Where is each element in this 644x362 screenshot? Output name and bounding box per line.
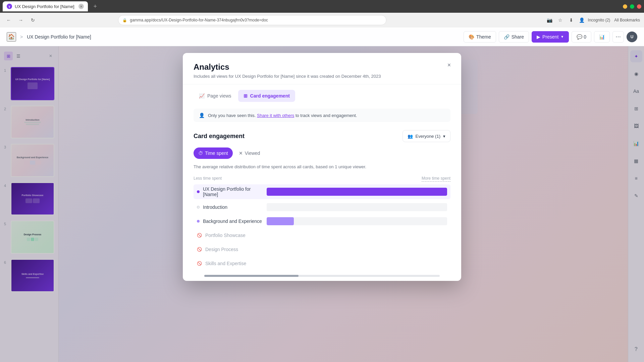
- share-link[interactable]: Share it with others: [257, 113, 294, 118]
- present-dropdown-icon: ▼: [560, 35, 564, 39]
- present-btn-label: Present: [542, 34, 558, 40]
- more-button[interactable]: ⋯: [612, 31, 624, 43]
- star-icon[interactable]: ☆: [556, 15, 565, 25]
- engagement-tabs: ⏱ Time spent ✕ Viewed: [194, 147, 450, 159]
- card-bar-container-1: [267, 188, 447, 196]
- everyone-label: Everyone (1): [416, 134, 440, 139]
- bookmarks-label: All Bookmarks: [614, 18, 640, 22]
- card-row-2[interactable]: Introduction: [194, 201, 450, 213]
- hidden-icon-4: 🚫: [197, 233, 202, 238]
- app-container: 🏠 > UX Design Portfolio for [Name] 🎨 The…: [0, 27, 644, 362]
- card-bar-container-2: [267, 203, 447, 211]
- comment-button[interactable]: 💬 0: [572, 31, 591, 43]
- card-name-4: Portfolio Showcase: [205, 233, 266, 238]
- modal-scroll-area: [194, 275, 450, 277]
- card-engagement-icon: ⊞: [244, 93, 248, 99]
- card-bar-1: [267, 188, 447, 196]
- share-button[interactable]: 🔗 Share: [499, 31, 529, 43]
- card-indicator-3: [197, 220, 200, 223]
- toolbar-actions: 📷 ☆ ⬇ 👤 Incognito (2) All Bookmarks: [545, 15, 640, 25]
- hidden-icon-6: 🚫: [197, 261, 202, 266]
- maximize-button[interactable]: [630, 4, 634, 9]
- section-header: Card engagement 👥 Everyone (1) ▾: [194, 130, 450, 142]
- everyone-filter-button[interactable]: 👥 Everyone (1) ▾: [402, 130, 450, 142]
- card-name-3: Background and Experience: [203, 219, 263, 224]
- dropdown-chevron-icon: ▾: [443, 134, 445, 139]
- card-bar-3: [267, 217, 294, 225]
- less-time-label: Less time spent: [194, 176, 222, 182]
- theme-btn-label: Theme: [476, 34, 491, 40]
- browser-titlebar: γ UX Design Portfolio for [Name] ✕ +: [0, 0, 644, 13]
- theme-icon: 🎨: [469, 34, 474, 40]
- analytics-button[interactable]: 📊: [594, 31, 610, 43]
- forward-button[interactable]: →: [16, 15, 25, 25]
- comment-count: 0: [584, 34, 586, 40]
- tab-card-engagement-label: Card engagement: [250, 93, 290, 99]
- time-spent-label: Time spent: [205, 150, 228, 156]
- tab-card-engagement[interactable]: ⊞ Card engagement: [238, 90, 295, 102]
- tab-favicon: γ: [7, 4, 12, 9]
- address-bar[interactable]: 🔒 gamma.app/docs/UX-Design-Portfolio-for…: [118, 15, 386, 25]
- time-scale: Less time spent More time spent: [194, 176, 450, 182]
- modal-header: Analytics Includes all views for UX Desi…: [183, 53, 461, 84]
- page-views-icon: 📈: [199, 93, 205, 99]
- browser-tab[interactable]: γ UX Design Portfolio for [Name] ✕: [3, 1, 88, 11]
- card-row-4[interactable]: 🚫 Portfolio Showcase: [194, 229, 450, 241]
- minimize-button[interactable]: [623, 4, 627, 9]
- card-bar-container-4: [269, 231, 447, 239]
- user-avatar[interactable]: U: [627, 32, 637, 42]
- tab-page-views-label: Page views: [207, 93, 231, 99]
- card-bar-container-3: [267, 217, 447, 225]
- time-spent-tab[interactable]: ⏱ Time spent: [194, 147, 233, 159]
- close-button[interactable]: [637, 4, 641, 9]
- share-icon: 🔗: [504, 34, 509, 40]
- comment-icon: 💬: [577, 34, 582, 40]
- card-row-5[interactable]: 🚫 Design Process: [194, 243, 450, 255]
- card-list: UX Design Portfolio for [Name] Introduct…: [194, 184, 450, 269]
- modal-body: 👤 Only you have seen this. Share it with…: [183, 102, 461, 281]
- section-title: Card engagement: [194, 133, 245, 140]
- card-bar-container-6: [269, 259, 447, 267]
- card-name-5: Design Process: [205, 247, 266, 252]
- home-button[interactable]: 🏠: [7, 32, 16, 42]
- browser-toolbar: ← → ↻ 🔒 gamma.app/docs/UX-Design-Portfol…: [0, 13, 644, 27]
- card-indicator-1: [197, 190, 200, 193]
- more-time-label: More time spent: [422, 176, 450, 182]
- new-tab-button[interactable]: +: [91, 2, 100, 11]
- theme-button[interactable]: 🎨 Theme: [464, 31, 496, 43]
- header-actions: 🎨 Theme 🔗 Share ▶ Present ▼ 💬 0 📊 ⋯ U: [464, 31, 637, 43]
- play-icon: ▶: [537, 34, 540, 40]
- modal-tabs: 📈 Page views ⊞ Card engagement: [183, 84, 461, 102]
- modal-scrollbar[interactable]: [204, 275, 440, 277]
- distribution-description: The average relative distribution of tim…: [194, 164, 450, 169]
- clock-icon: ⏱: [198, 150, 203, 156]
- tab-title: UX Design Portfolio for [Name]: [15, 4, 74, 9]
- tab-page-views[interactable]: 📈 Page views: [194, 90, 237, 102]
- card-row-1[interactable]: UX Design Portfolio for [Name]: [194, 184, 450, 199]
- present-button[interactable]: ▶ Present ▼: [532, 31, 569, 43]
- chart-icon: 📊: [599, 34, 605, 40]
- person-icon: 👤: [199, 113, 205, 118]
- camera-icon[interactable]: 📷: [545, 15, 554, 25]
- app-header: 🏠 > UX Design Portfolio for [Name] 🎨 The…: [0, 27, 644, 46]
- card-bar-container-5: [269, 245, 447, 253]
- breadcrumb-separator: >: [20, 34, 23, 40]
- card-row-3[interactable]: Background and Experience: [194, 215, 450, 227]
- hidden-icon-5: 🚫: [197, 247, 202, 252]
- eye-icon: ✕: [239, 150, 243, 156]
- tab-close-btn[interactable]: ✕: [78, 4, 84, 9]
- analytics-modal: Analytics Includes all views for UX Desi…: [183, 53, 461, 281]
- reload-button[interactable]: ↻: [28, 15, 38, 25]
- card-name-1: UX Design Portfolio for [Name]: [203, 186, 263, 197]
- ssl-icon: 🔒: [122, 18, 127, 22]
- url-text: gamma.app/docs/UX-Design-Portfolio-for-N…: [130, 18, 268, 22]
- scrollbar-thumb[interactable]: [204, 275, 299, 277]
- profile-icon[interactable]: 👤: [577, 15, 587, 25]
- download-icon[interactable]: ⬇: [567, 15, 576, 25]
- modal-close-button[interactable]: ×: [444, 60, 454, 70]
- back-button[interactable]: ←: [4, 15, 13, 25]
- share-btn-label: Share: [512, 34, 524, 40]
- card-name-6: Skills and Expertise: [205, 261, 266, 266]
- viewed-tab[interactable]: ✕ Viewed: [234, 147, 265, 159]
- card-row-6[interactable]: 🚫 Skills and Expertise: [194, 257, 450, 269]
